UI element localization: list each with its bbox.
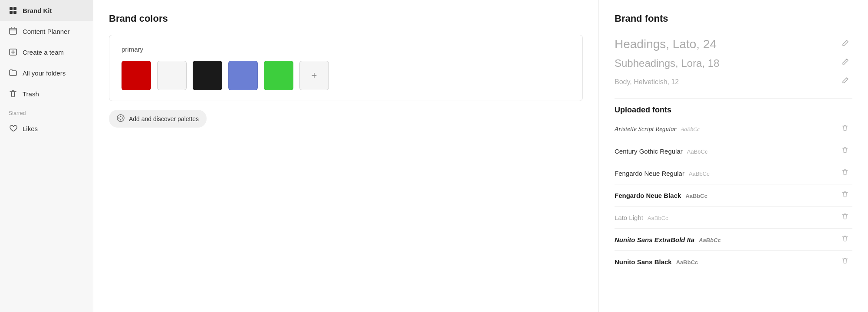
delete-font-fengardo-black-button[interactable] <box>838 189 852 202</box>
color-swatch-blue[interactable] <box>228 61 258 90</box>
uploaded-font-row-nunito-black: Nunito Sans Black AaBbCc <box>615 251 852 273</box>
delete-font-aristelle-button[interactable] <box>838 122 852 135</box>
svg-rect-2 <box>10 11 13 14</box>
brand-colors-title: Brand colors <box>109 13 583 24</box>
sidebar-item-brand-kit[interactable]: Brand Kit <box>0 0 93 21</box>
font-name-nunito-black: Nunito Sans Black <box>615 258 672 266</box>
sidebar-item-create-team[interactable]: Create a team <box>0 42 93 62</box>
font-name-sample-nunito-black: Nunito Sans Black AaBbCc <box>615 258 698 266</box>
heart-icon <box>9 124 17 133</box>
uploaded-font-row-century: Century Gothic Regular AaBbCc <box>615 140 852 162</box>
color-swatch-green[interactable] <box>264 61 293 90</box>
font-name-aristelle: Aristelle Script Regular <box>615 125 676 133</box>
sidebar: Brand Kit Content Planner Create a team … <box>0 0 93 312</box>
sidebar-item-create-team-label: Create a team <box>23 49 64 56</box>
brand-colors-panel: Brand colors primary + <box>93 0 599 312</box>
svg-point-6 <box>117 115 124 122</box>
color-swatch-black[interactable] <box>193 61 222 90</box>
subheading-font-entry: Subheadings, Lora, 18 <box>615 54 852 72</box>
svg-point-8 <box>120 116 122 117</box>
svg-rect-3 <box>13 11 16 14</box>
uploaded-font-row-aristelle: Aristelle Script Regular AaBbCc <box>615 118 852 140</box>
sidebar-item-content-planner[interactable]: Content Planner <box>0 21 93 42</box>
brand-fonts-title: Brand fonts <box>615 13 852 24</box>
content-planner-icon <box>9 27 17 36</box>
folder-icon <box>9 69 17 77</box>
font-name-sample-fengardo: Fengardo Neue Regular AaBbCc <box>615 170 710 177</box>
font-name-sample-fengardo-black: Fengardo Neue Black AaBbCc <box>615 192 707 199</box>
font-sample-fengardo-black: AaBbCc <box>685 193 707 199</box>
delete-font-fengardo-button[interactable] <box>838 167 852 180</box>
add-color-button[interactable]: + <box>299 61 329 90</box>
sidebar-item-trash-label: Trash <box>23 90 39 98</box>
font-name-century: Century Gothic Regular <box>615 148 683 155</box>
uploaded-font-row-fengardo-black: Fengardo Neue Black AaBbCc <box>615 184 852 207</box>
uploaded-font-row-fengardo: Fengardo Neue Regular AaBbCc <box>615 162 852 184</box>
create-team-icon <box>9 48 17 56</box>
font-sample-fengardo: AaBbCc <box>689 171 710 177</box>
delete-font-lato-button[interactable] <box>838 211 852 224</box>
sidebar-item-brand-kit-label: Brand Kit <box>23 7 52 14</box>
color-section-card: primary + <box>109 35 583 101</box>
brand-fonts-panel: Brand fonts Headings, Lato, 24 Subheadin… <box>599 0 868 312</box>
font-name-lato: Lato Light <box>615 214 643 221</box>
font-sample-aristelle: AaBbCc <box>681 126 699 133</box>
font-sample-nunito-extrabold: AaBbCc <box>699 237 721 243</box>
sidebar-item-all-folders[interactable]: All your folders <box>0 62 93 83</box>
subheading-font-edit-button[interactable] <box>838 56 852 70</box>
svg-point-10 <box>120 119 122 121</box>
delete-font-nunito-extrabold-button[interactable] <box>838 233 852 246</box>
svg-point-9 <box>122 118 123 119</box>
svg-rect-1 <box>13 7 16 10</box>
font-name-sample-lato: Lato Light AaBbCc <box>615 214 668 221</box>
color-swatch-white[interactable] <box>157 61 187 90</box>
font-name-fengardo-black: Fengardo Neue Black <box>615 192 681 199</box>
delete-font-century-button[interactable] <box>838 145 852 158</box>
sidebar-item-likes[interactable]: Likes <box>0 118 93 139</box>
subheading-font-label: Subheadings, Lora, 18 <box>615 57 720 69</box>
brand-kit-icon <box>9 6 17 15</box>
font-sample-lato: AaBbCc <box>648 215 668 221</box>
font-name-sample: Aristelle Script Regular AaBbCc <box>615 125 700 133</box>
uploaded-font-row-lato: Lato Light AaBbCc <box>615 207 852 229</box>
add-palette-icon <box>117 114 125 123</box>
font-sample-century: AaBbCc <box>687 148 708 155</box>
main-content: Brand colors primary + <box>93 0 868 312</box>
add-palette-button[interactable]: Add and discover palettes <box>109 110 207 128</box>
svg-rect-0 <box>10 7 13 10</box>
section-divider <box>615 98 852 99</box>
body-font-edit-button[interactable] <box>838 75 852 89</box>
starred-section-label: Starred <box>0 104 93 118</box>
uploaded-font-row-nunito-extrabold: Nunito Sans ExtraBold Ita AaBbCc <box>615 229 852 251</box>
font-name-fengardo: Fengardo Neue Regular <box>615 170 684 177</box>
sidebar-item-all-folders-label: All your folders <box>23 69 66 77</box>
font-name-nunito-extrabold: Nunito Sans ExtraBold Ita <box>615 236 694 243</box>
body-font-entry: Body, Helveticish, 12 <box>615 72 852 91</box>
color-swatches: + <box>122 61 570 90</box>
heading-font-label: Headings, Lato, 24 <box>615 37 717 51</box>
heading-font-edit-button[interactable] <box>838 38 852 51</box>
uploaded-fonts-title: Uploaded fonts <box>615 105 852 115</box>
delete-font-nunito-black-button[interactable] <box>838 255 852 268</box>
sidebar-item-likes-label: Likes <box>23 125 38 132</box>
svg-rect-4 <box>10 28 16 34</box>
color-swatch-red[interactable] <box>122 61 151 90</box>
font-name-sample-century: Century Gothic Regular AaBbCc <box>615 148 707 155</box>
font-name-sample-nunito-extrabold: Nunito Sans ExtraBold Ita AaBbCc <box>615 236 721 243</box>
add-palette-label: Add and discover palettes <box>129 115 199 122</box>
font-sample-nunito-black: AaBbCc <box>676 259 698 266</box>
sidebar-item-content-planner-label: Content Planner <box>23 28 69 35</box>
sidebar-item-trash[interactable]: Trash <box>0 83 93 104</box>
heading-font-entry: Headings, Lato, 24 <box>615 35 852 54</box>
color-section-label: primary <box>122 46 570 53</box>
body-font-label: Body, Helveticish, 12 <box>615 78 679 86</box>
svg-point-7 <box>118 118 120 119</box>
trash-icon <box>9 89 17 98</box>
